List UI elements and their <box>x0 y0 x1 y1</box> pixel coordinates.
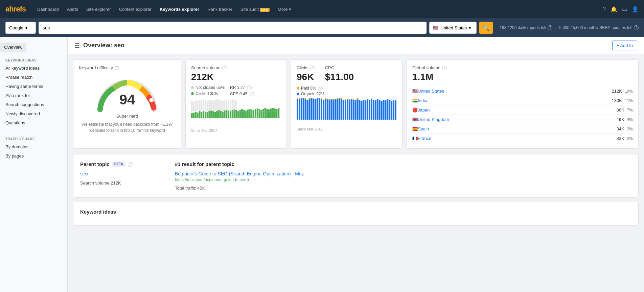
nav-site-explorer[interactable]: Site explorer <box>83 5 114 14</box>
nav-keywords-explorer[interactable]: Keywords explorer <box>156 5 203 14</box>
sidebar-item-all-keyword-ideas[interactable]: All keyword ideas <box>0 64 67 73</box>
nav-rank-tracker[interactable]: Rank tracker <box>204 5 236 14</box>
svg-rect-88 <box>327 99 328 120</box>
sidebar-item-also-rank-for[interactable]: Also rank for <box>0 91 67 100</box>
nav-site-audit[interactable]: Site auditNEW <box>237 5 273 14</box>
engine-label: Google <box>9 25 23 30</box>
svg-rect-38 <box>214 112 216 118</box>
user-icon[interactable]: 👤 <box>632 6 639 13</box>
svg-rect-84 <box>319 98 320 120</box>
svg-rect-58 <box>253 110 254 118</box>
dropdown-icon[interactable]: ▾ <box>247 177 249 182</box>
us-country-link[interactable]: United States <box>418 89 444 94</box>
svg-rect-40 <box>218 110 220 118</box>
gauge-chart: 94 <box>93 76 161 113</box>
svg-rect-113 <box>377 99 378 120</box>
rr-help-icon[interactable]: ? <box>247 86 252 90</box>
notifications-icon[interactable]: 🔔 <box>611 6 617 13</box>
clicks-help-icon[interactable]: ? <box>310 66 315 70</box>
monthly-updates-stat: 5,000 / 5,000 monthly SERP updates left … <box>559 25 639 30</box>
svg-rect-91 <box>333 100 335 120</box>
svg-rect-112 <box>375 100 376 120</box>
in-volume: 130K <box>612 98 622 103</box>
nav-more[interactable]: More ▾ <box>274 5 295 14</box>
svg-rect-111 <box>373 100 374 120</box>
in-pct: 11% <box>625 98 633 103</box>
country-select[interactable]: 🇺🇸 United States ▾ <box>429 22 477 34</box>
engine-select[interactable]: Google ▾ <box>5 22 36 34</box>
menu-icon[interactable]: ☰ <box>74 42 80 49</box>
svg-rect-42 <box>222 112 224 118</box>
svg-rect-115 <box>381 101 383 120</box>
cps-help-icon[interactable]: ? <box>250 92 254 96</box>
organic-stat: Organic 92% <box>297 92 397 96</box>
global-help-icon[interactable]: ? <box>442 66 447 70</box>
svg-rect-138 <box>353 99 354 100</box>
sidebar-item-newly-discovered[interactable]: Newly discovered <box>0 109 67 118</box>
fr-volume: 33K <box>617 136 624 141</box>
in-country-link[interactable]: India <box>418 98 427 103</box>
cpc-value: $11.00 <box>325 72 354 82</box>
total-traffic: Total traffic 45K <box>175 186 631 191</box>
svg-rect-130 <box>321 98 322 99</box>
parent-topic-help-icon[interactable]: ? <box>128 162 133 167</box>
svg-rect-69 <box>274 108 276 118</box>
svg-rect-27 <box>193 113 195 118</box>
daily-help-icon[interactable]: ? <box>548 25 552 30</box>
svg-rect-48 <box>233 110 235 118</box>
sidebar-overview-tab[interactable]: Overview <box>0 43 26 52</box>
jp-country-link[interactable]: Japan <box>418 107 430 113</box>
nav-dashboard[interactable]: Dashboard <box>34 5 62 14</box>
fr-pct: 2% <box>627 136 633 141</box>
svg-rect-75 <box>301 98 302 120</box>
sidebar-item-by-domains[interactable]: By domains <box>0 142 67 151</box>
screen-icon[interactable]: ▭ <box>622 6 627 13</box>
svg-rect-102 <box>355 100 356 120</box>
add-to-button[interactable]: + Add to <box>612 41 637 50</box>
svg-rect-126 <box>305 98 306 99</box>
kd-help-icon[interactable]: ? <box>115 66 119 70</box>
global-value: 1.1M <box>412 72 633 82</box>
svg-rect-56 <box>249 109 251 118</box>
result-title-link[interactable]: Beginner's Guide to SEO (Search Engine O… <box>175 171 304 176</box>
sidebar-item-phrase-match[interactable]: Phrase match <box>0 73 67 82</box>
country-row-fr: 🇫🇷 France 33K 2% <box>412 134 633 143</box>
us-volume: 212K <box>612 89 622 94</box>
sidebar-item-having-same-terms[interactable]: Having same terms <box>0 82 67 91</box>
svg-rect-18 <box>222 101 224 111</box>
jp-pct: 7% <box>627 108 633 113</box>
svg-rect-64 <box>264 108 266 118</box>
gb-country-link[interactable]: United Kingdom <box>418 117 449 122</box>
sidebar-item-by-pages[interactable]: By pages <box>0 151 67 161</box>
sidebar-item-questions[interactable]: Questions <box>0 118 67 127</box>
paid-stat: Paid 8% ? <box>297 86 397 91</box>
sv-help-icon[interactable]: ? <box>222 66 227 70</box>
svg-rect-68 <box>272 108 274 118</box>
es-country-link[interactable]: Spain <box>418 126 429 131</box>
help-icon[interactable]: ? <box>603 6 606 12</box>
monthly-help-icon[interactable]: ? <box>634 25 639 30</box>
svg-rect-29 <box>197 113 199 118</box>
cpc-title: CPC <box>325 65 354 70</box>
parent-topic-link[interactable]: seo <box>80 171 88 176</box>
svg-rect-107 <box>365 100 366 120</box>
search-button[interactable]: 🔍 <box>479 22 493 34</box>
search-volume-card: Search volume ? 212K Not clicked 65% Cli… <box>185 59 287 149</box>
svg-rect-135 <box>341 98 342 99</box>
nav-content-explorer[interactable]: Content explorer <box>116 5 155 14</box>
svg-rect-9 <box>205 100 206 111</box>
svg-rect-59 <box>255 109 256 118</box>
logo[interactable]: ahrefs <box>5 5 26 14</box>
fr-country-link[interactable]: France <box>418 136 431 141</box>
paid-help-icon[interactable]: ? <box>318 86 323 91</box>
sidebar-item-search-suggestions[interactable]: Search suggestions <box>0 100 67 109</box>
keyword-search-input[interactable] <box>39 22 427 34</box>
svg-rect-125 <box>301 98 302 98</box>
nav-alerts[interactable]: Alerts <box>64 5 82 14</box>
svg-rect-57 <box>251 110 253 118</box>
global-card-title: Global volume ? <box>412 65 633 70</box>
svg-rect-60 <box>257 108 258 118</box>
result-url-link[interactable]: https://moz.com/beginners-guide-to-seo ▾ <box>175 177 631 182</box>
svg-rect-16 <box>218 100 220 111</box>
svg-rect-93 <box>337 99 338 120</box>
